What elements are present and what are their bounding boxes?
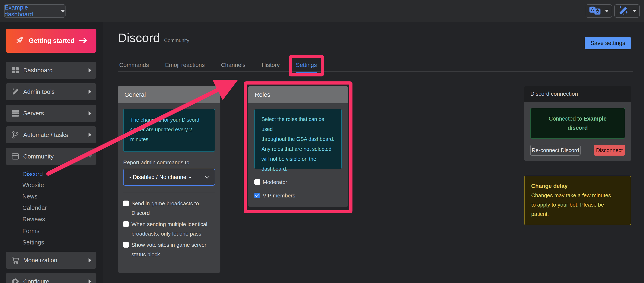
arrow-right-icon bbox=[79, 37, 87, 44]
tabs-divider bbox=[118, 71, 633, 72]
discord-connection-header: Discord connection bbox=[524, 86, 631, 102]
roles-panel: Roles Select the roles that can be used … bbox=[248, 86, 348, 207]
sidebar-item-community[interactable]: Community bbox=[6, 148, 96, 165]
cart-icon bbox=[11, 256, 20, 264]
sidebar-item-monetization[interactable]: Monetization bbox=[6, 252, 96, 269]
chevron-down-icon bbox=[88, 155, 92, 158]
sidebar-subitem-discord[interactable]: Discord bbox=[22, 170, 43, 178]
save-settings-button[interactable]: Save settings bbox=[585, 37, 631, 49]
topbar: Example dashboard A bbox=[0, 0, 644, 22]
chevron-down-icon bbox=[605, 10, 609, 12]
general-panel-body: The channels for your Discord server are… bbox=[118, 103, 220, 273]
identical-broadcasts-checkbox[interactable] bbox=[123, 221, 129, 227]
chevron-right-icon bbox=[88, 280, 92, 283]
sidebar-subitem-website[interactable]: Website bbox=[22, 181, 44, 189]
discord-connection-panel: Discord connection Connected to Example … bbox=[524, 86, 631, 161]
window-icon bbox=[11, 153, 20, 160]
checkbox-row-vip-members[interactable]: VIP members bbox=[254, 191, 342, 200]
branch-icon bbox=[11, 131, 20, 139]
vote-sites-checkbox[interactable] bbox=[123, 242, 129, 248]
sidebar-item-automate-tasks[interactable]: Automate / tasks bbox=[6, 126, 96, 143]
checkbox-row-moderator[interactable]: Moderator bbox=[254, 178, 342, 186]
sidebar-divider bbox=[6, 57, 96, 57]
vip-members-checkbox[interactable] bbox=[254, 193, 260, 198]
page-title-text: Discord bbox=[118, 31, 160, 45]
broadcasts-checkbox[interactable] bbox=[123, 201, 129, 206]
sidebar-item-configure[interactable]: Configure bbox=[6, 273, 96, 283]
report-admin-commands-label: Report admin commands to bbox=[123, 159, 215, 166]
chevron-down-icon bbox=[60, 10, 65, 12]
roles-panel-body: Select the roles that can be used throug… bbox=[248, 103, 348, 207]
roles-panel-header: Roles bbox=[248, 86, 348, 103]
magic-wand-icon bbox=[11, 88, 20, 96]
rocket-icon bbox=[15, 36, 24, 46]
connection-status-box: Connected to Example discord bbox=[530, 108, 625, 139]
checkbox-row-broadcasts[interactable]: Send in-game broadcasts to Discord bbox=[123, 199, 215, 218]
page-title: Discord Community bbox=[118, 31, 189, 45]
sidebar-item-admin-tools[interactable]: Admin tools bbox=[6, 83, 96, 100]
discord-connection-body: Connected to Example discord Re-connect … bbox=[524, 102, 631, 161]
sidebar-item-dashboard[interactable]: Dashboard bbox=[6, 62, 96, 79]
gear-icon bbox=[11, 278, 20, 283]
moderator-checkbox[interactable] bbox=[254, 179, 260, 185]
report-channel-selected-value: - Disabled / No channel - bbox=[130, 174, 191, 180]
chevron-right-icon bbox=[88, 68, 92, 72]
page-subtitle: Community bbox=[164, 37, 189, 43]
general-panel-header: General bbox=[118, 86, 220, 103]
chevron-down-icon bbox=[205, 174, 210, 179]
sidebar-subitem-calendar[interactable]: Calendar bbox=[22, 204, 47, 212]
svg-text:A: A bbox=[591, 7, 594, 12]
main-content: Discord Community Save settings Commands… bbox=[103, 22, 644, 283]
chevron-down-icon bbox=[632, 10, 636, 12]
connection-status-prefix: Connected to bbox=[548, 116, 584, 122]
server-stack-icon bbox=[11, 109, 20, 117]
magic-wand-icon bbox=[618, 5, 629, 17]
tab-settings-label: Settings bbox=[296, 62, 317, 68]
general-panel: General The channels for your Discord se… bbox=[118, 86, 220, 273]
translate-icon: A bbox=[589, 5, 601, 17]
chevron-right-icon bbox=[88, 111, 92, 115]
sidebar-subitem-forms[interactable]: Forms bbox=[22, 227, 40, 235]
getting-started-label: Getting started bbox=[29, 37, 74, 44]
checkbox-row-identical-broadcasts[interactable]: When sending multiple identical broadcas… bbox=[123, 219, 215, 239]
disconnect-button[interactable]: Disconnect bbox=[594, 145, 625, 156]
getting-started-button[interactable]: Getting started bbox=[6, 29, 96, 53]
sidebar-subitem-reviews[interactable]: Reviews bbox=[22, 215, 45, 223]
language-menu-button[interactable]: A bbox=[586, 4, 612, 18]
chevron-right-icon bbox=[88, 90, 92, 94]
checkbox-row-vote-sites[interactable]: Show vote sites in game server status bl… bbox=[123, 240, 215, 259]
chevron-right-icon bbox=[88, 258, 92, 262]
theme-wizard-button[interactable] bbox=[614, 4, 640, 18]
dashboard-grid-icon bbox=[11, 66, 20, 74]
right-column: Discord connection Connected to Example … bbox=[524, 86, 631, 225]
change-delay-notice: Change delay Changes may take a few minu… bbox=[524, 176, 631, 225]
connection-server-name-line2: discord bbox=[568, 125, 588, 131]
sidebar-item-servers[interactable]: Servers bbox=[6, 105, 96, 122]
connection-server-name-line1: Example bbox=[584, 116, 607, 122]
change-delay-body: Changes may take a few minutes to apply … bbox=[531, 191, 624, 219]
sidebar: Getting started Dashboard Admin tools bbox=[0, 22, 103, 283]
change-delay-title: Change delay bbox=[531, 182, 624, 191]
reconnect-discord-button[interactable]: Re-connect Discord bbox=[530, 145, 580, 156]
sidebar-subitem-settings[interactable]: Settings bbox=[22, 238, 44, 247]
workspace-name: Example dashboard bbox=[4, 4, 56, 18]
roles-panel-wrapper: Roles Select the roles that can be used … bbox=[248, 86, 348, 207]
roles-info-box: Select the roles that can be used throug… bbox=[254, 109, 342, 169]
sidebar-subitem-news[interactable]: News bbox=[22, 192, 38, 201]
chevron-right-icon bbox=[88, 133, 92, 137]
workspace-switcher-button[interactable]: Example dashboard bbox=[4, 4, 66, 18]
general-divider bbox=[123, 193, 215, 193]
report-channel-select[interactable]: - Disabled / No channel - bbox=[123, 169, 215, 186]
general-info-box: The channels for your Discord server are… bbox=[123, 109, 215, 152]
